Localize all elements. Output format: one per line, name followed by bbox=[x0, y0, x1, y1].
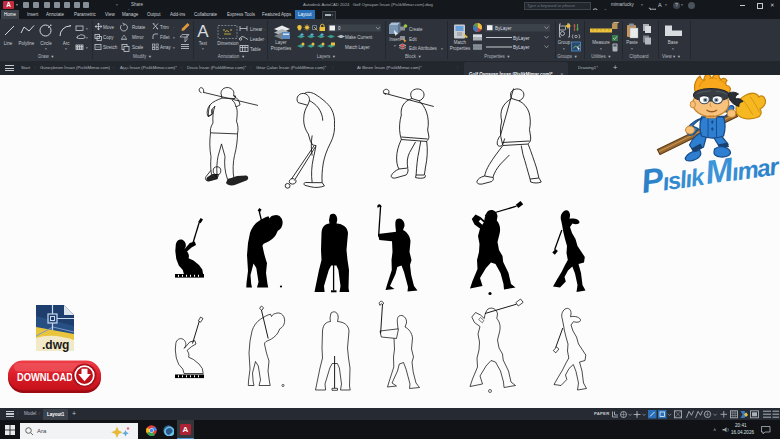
svg-text:DOWNLOAD: DOWNLOAD bbox=[17, 371, 73, 383]
svg-text:Move: Move bbox=[103, 25, 115, 30]
svg-text:·: · bbox=[173, 25, 175, 30]
svg-text:▾: ▾ bbox=[86, 36, 88, 40]
svg-text:Properties: Properties bbox=[271, 46, 292, 51]
svg-text:▾: ▾ bbox=[45, 47, 47, 51]
svg-text:Match: Match bbox=[454, 40, 467, 45]
svg-text:Leader: Leader bbox=[250, 37, 265, 42]
svg-text:Match Layer: Match Layer bbox=[345, 45, 370, 50]
svg-text:ByLayer: ByLayer bbox=[513, 36, 530, 41]
svg-text:Copy: Copy bbox=[103, 35, 114, 40]
svg-text:·: · bbox=[653, 25, 654, 30]
svg-text:▾: ▾ bbox=[600, 47, 602, 51]
svg-text:.dwg: .dwg bbox=[42, 338, 69, 352]
svg-text:Trim: Trim bbox=[160, 25, 169, 30]
svg-text:Edit Attributes: Edit Attributes bbox=[409, 46, 438, 51]
svg-text:·: · bbox=[653, 37, 654, 42]
svg-text:Paste: Paste bbox=[626, 40, 638, 45]
svg-text:ByLayer: ByLayer bbox=[513, 45, 530, 50]
svg-text:Measure: Measure bbox=[592, 40, 610, 45]
svg-text:Table: Table bbox=[250, 47, 261, 52]
svg-text:▾: ▾ bbox=[394, 44, 396, 48]
svg-text:·: · bbox=[264, 27, 266, 32]
svg-text:Properties: Properties bbox=[450, 46, 471, 51]
svg-text:Layer: Layer bbox=[275, 40, 287, 45]
svg-text:Stretch: Stretch bbox=[103, 45, 118, 50]
svg-text:Text: Text bbox=[199, 41, 208, 46]
svg-text:Fillet: Fillet bbox=[160, 35, 170, 40]
svg-text:Mirror: Mirror bbox=[132, 35, 144, 40]
svg-text:Array: Array bbox=[160, 45, 172, 50]
svg-text:Edit: Edit bbox=[409, 37, 418, 42]
svg-text:A: A bbox=[197, 22, 209, 41]
svg-text:Group: Group bbox=[558, 40, 571, 45]
svg-text:Create: Create bbox=[409, 27, 423, 32]
svg-text:▾: ▾ bbox=[202, 47, 204, 51]
svg-text:Circle: Circle bbox=[40, 41, 52, 46]
svg-text:▾: ▾ bbox=[173, 36, 175, 40]
svg-text:Rotate: Rotate bbox=[132, 25, 146, 30]
svg-text:Dimension: Dimension bbox=[217, 41, 239, 46]
svg-text:Line: Line bbox=[4, 41, 13, 46]
svg-text:Base: Base bbox=[668, 40, 679, 45]
svg-text:▾: ▾ bbox=[65, 47, 67, 51]
svg-text:Arc: Arc bbox=[63, 41, 71, 46]
svg-text:▾: ▾ bbox=[441, 47, 443, 51]
svg-text:▾: ▾ bbox=[563, 47, 565, 51]
svg-text:▾: ▾ bbox=[672, 47, 674, 51]
svg-text:ByLayer: ByLayer bbox=[495, 26, 512, 31]
svg-text:Linear: Linear bbox=[250, 27, 263, 32]
svg-text:Scale: Scale bbox=[132, 45, 144, 50]
svg-text:·: · bbox=[264, 37, 266, 42]
svg-text:Make Current: Make Current bbox=[345, 35, 373, 40]
svg-text:▾: ▾ bbox=[86, 27, 88, 31]
svg-text:▾: ▾ bbox=[86, 46, 88, 50]
svg-text:▾: ▾ bbox=[631, 47, 633, 51]
svg-text:Insert: Insert bbox=[389, 37, 401, 42]
svg-text:▾: ▾ bbox=[173, 46, 175, 50]
svg-text:Polyline: Polyline bbox=[19, 41, 35, 46]
